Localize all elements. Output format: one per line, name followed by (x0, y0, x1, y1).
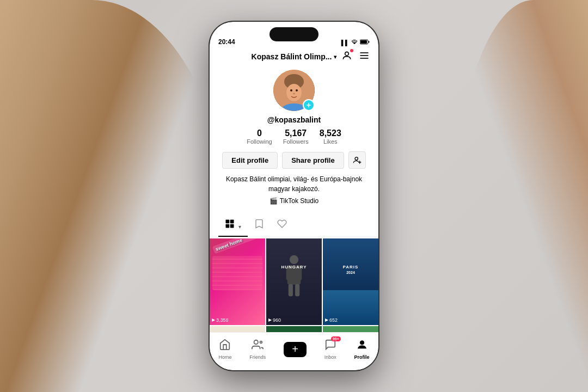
followers-stat: 5,167 Followers (283, 128, 309, 145)
video-play-2: ▶ 960 (268, 317, 281, 323)
video-thumb-6[interactable] (323, 326, 378, 332)
play-icon-3: ▶ (325, 317, 328, 322)
signal-icon: ▌▌ (341, 40, 349, 46)
profile-nav-icon (356, 339, 368, 353)
studio-icon: 🎬 (270, 197, 278, 205)
svg-rect-17 (226, 220, 230, 224)
video-play-count-1: 3,356 (216, 317, 229, 323)
share-profile-button[interactable]: Share profile (282, 152, 344, 169)
video-thumb-2[interactable]: HUNGARY ▶ 960 (266, 238, 322, 325)
dynamic-island (270, 27, 318, 41)
svg-point-47 (360, 341, 364, 345)
svg-rect-1 (360, 40, 367, 44)
menu-icon[interactable] (359, 50, 370, 63)
chevron-down-icon: ▾ (334, 54, 336, 60)
svg-rect-2 (369, 41, 370, 43)
likes-label: Likes (323, 138, 338, 145)
likes-stat: 8,523 Likes (320, 128, 341, 145)
video-thumb-3[interactable]: PARIS 2024 ▶ 652 (323, 238, 378, 325)
status-time: 20:44 (218, 38, 235, 46)
video-play-count-2: 960 (273, 317, 281, 323)
add-profile-button[interactable]: + (303, 99, 315, 111)
tab-grid[interactable]: ▾ (218, 215, 248, 237)
person-icon (341, 53, 352, 63)
status-icons: ▌▌ (341, 39, 370, 46)
svg-point-45 (254, 340, 258, 344)
tab-saved[interactable] (248, 215, 271, 237)
video-thumb-1[interactable]: sweet home ▶ 3,356 (210, 238, 265, 325)
phone-screen: 20:44 ▌▌ (210, 22, 378, 370)
following-stat: 0 Following (247, 128, 272, 145)
inbox-label: Inbox (324, 354, 336, 360)
svg-rect-19 (226, 224, 230, 228)
tab-dropdown-icon: ▾ (238, 224, 241, 230)
likes-count: 8,523 (320, 128, 341, 138)
video-thumb-5[interactable]: GO! (266, 326, 322, 332)
svg-point-10 (290, 89, 292, 91)
nav-add-post[interactable]: + (284, 342, 307, 357)
studio-label: TikTok Studio (280, 197, 319, 205)
bio-line2: magyar kajakozó. (268, 185, 320, 193)
svg-point-12 (293, 93, 295, 95)
tab-liked[interactable] (271, 215, 293, 237)
followers-count: 5,167 (285, 128, 307, 138)
nav-icons (341, 50, 370, 63)
svg-rect-18 (230, 220, 234, 224)
nav-profile[interactable]: Profile (354, 339, 370, 360)
following-count: 0 (257, 128, 262, 138)
action-buttons: Edit profile Share profile (222, 151, 365, 169)
username-text: Kopasz Bálint Olimp... (252, 52, 332, 61)
svg-rect-26 (295, 284, 299, 296)
person-icon-wrapper[interactable] (341, 50, 352, 63)
add-post-button[interactable]: + (284, 342, 307, 357)
notification-dot (350, 49, 353, 52)
followers-label: Followers (283, 138, 309, 145)
following-label: Following (247, 138, 272, 145)
svg-rect-20 (230, 224, 234, 228)
friends-label: Friends (249, 354, 266, 360)
wifi-icon (351, 39, 358, 46)
paris-overlay: PARIS 2024 (343, 265, 359, 275)
bio-line1: Kopasz Bálint olimpiai, világ- és Európa… (226, 175, 362, 183)
add-post-plus-icon: + (292, 343, 298, 356)
video-grid: sweet home ▶ 3,356 (210, 238, 378, 332)
profile-nav-label: Profile (354, 354, 370, 360)
home-label: Home (218, 354, 231, 360)
battery-icon (360, 39, 370, 46)
video-play-count-3: 652 (329, 317, 338, 323)
video-thumb-4[interactable] (210, 326, 265, 332)
svg-point-14 (355, 157, 358, 160)
content-tabs: ▾ (210, 215, 378, 237)
profile-bio: Kopasz Bálint olimpiai, világ- és Európa… (222, 174, 366, 194)
video-play-3: ▶ 652 (325, 317, 338, 323)
phone-frame: 20:44 ▌▌ (210, 22, 378, 370)
svg-point-46 (260, 341, 262, 344)
username-title[interactable]: Kopasz Bálint Olimp... ▾ (252, 52, 337, 61)
friends-icon (252, 339, 264, 353)
profile-handle: @kopaszbalint (267, 115, 321, 124)
bottom-nav: Home Friends + (210, 332, 378, 370)
content-area: Kopasz Bálint Olimp... ▾ (210, 48, 378, 332)
play-icon-2: ▶ (268, 317, 272, 322)
inbox-badge: 99+ (331, 336, 341, 341)
profile-section: + @kopaszbalint 0 Following 5,167 Follow… (210, 65, 378, 215)
inbox-icon (324, 341, 336, 353)
video-play-1: ▶ 3,356 (212, 317, 229, 323)
nav-home[interactable]: Home (218, 339, 231, 360)
add-friend-button[interactable] (348, 151, 366, 169)
svg-point-9 (286, 84, 302, 101)
stats-row: 0 Following 5,167 Followers 8,523 Likes (247, 128, 341, 145)
svg-point-3 (345, 52, 349, 56)
studio-link[interactable]: 🎬 TikTok Studio (270, 197, 319, 205)
hungary-text: HUNGARY (281, 265, 307, 270)
nav-friends[interactable]: Friends (249, 339, 266, 360)
avatar-wrapper: + (273, 70, 315, 111)
svg-point-11 (296, 89, 298, 91)
svg-point-21 (290, 255, 298, 264)
nav-inbox[interactable]: 99+ Inbox (324, 339, 336, 360)
top-nav: Kopasz Bálint Olimp... ▾ (210, 48, 378, 65)
edit-profile-button[interactable]: Edit profile (222, 152, 278, 169)
svg-rect-25 (289, 284, 293, 296)
home-icon (219, 339, 231, 353)
play-icon: ▶ (212, 317, 215, 322)
